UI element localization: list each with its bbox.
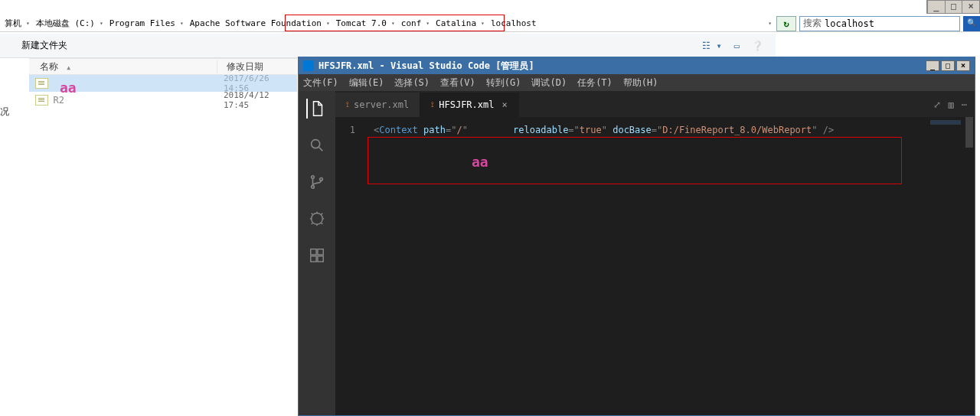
file-row[interactable]: 2017/6/26 14:56 xyxy=(29,75,297,92)
chevron-right-icon[interactable]: ▾ xyxy=(390,20,397,27)
debug-icon[interactable] xyxy=(307,209,327,229)
vscode-titlebar[interactable]: HFSJFR.xml - Visual Studio Code [管理员] _ … xyxy=(299,57,975,74)
file-name: R2 xyxy=(53,95,223,106)
vscode-minimize-button[interactable]: _ xyxy=(926,60,939,71)
view-details-icon[interactable]: ☷ ▾ xyxy=(702,41,721,51)
more-actions-icon[interactable]: ⋯ xyxy=(962,99,967,110)
chevron-right-icon[interactable]: ▾ xyxy=(98,20,105,27)
new-folder-button[interactable]: 新建文件夹 xyxy=(21,39,67,52)
search-go-button[interactable]: 🔍 xyxy=(963,16,980,31)
code-attr-name: path xyxy=(423,125,446,135)
column-date[interactable]: 修改日期 xyxy=(217,60,263,73)
code-attr-name: docBase xyxy=(612,125,652,135)
git-branch-icon[interactable] xyxy=(307,172,327,192)
breadcrumb-seg[interactable]: conf xyxy=(397,18,425,28)
parent-window-controls: _ □ × xyxy=(926,0,980,14)
line-number: 1 xyxy=(335,125,364,135)
chevron-right-icon[interactable]: ▾ xyxy=(325,20,332,27)
open-changes-icon[interactable]: ⤢ xyxy=(933,99,941,110)
breadcrumb-seg[interactable]: Catalina xyxy=(431,18,479,28)
vscode-activity-bar xyxy=(299,91,335,415)
menu-tasks[interactable]: 任务(T) xyxy=(577,76,612,89)
code-attr-name: reloadable xyxy=(513,125,568,135)
minimize-button[interactable]: _ xyxy=(927,1,945,13)
breadcrumb-seg[interactable]: Apache Software Foundation xyxy=(185,18,325,28)
breadcrumb-seg[interactable]: 算机 xyxy=(0,18,24,29)
columns-header: 名称 ▲ 修改日期 xyxy=(29,58,297,75)
tab-server-xml[interactable]: ⟟ server.xml xyxy=(335,93,420,117)
breadcrumb-seg[interactable]: Tomcat 7.0 xyxy=(332,18,390,28)
address-bar: 算机▾ 本地磁盘 (C:)▾ Program Files▾ Apache Sof… xyxy=(0,15,980,32)
close-button[interactable]: × xyxy=(962,1,979,13)
annotation-code-aa: aa xyxy=(472,154,488,170)
sort-asc-icon: ▲ xyxy=(67,64,70,71)
maximize-button[interactable]: □ xyxy=(945,1,962,13)
svg-point-0 xyxy=(312,140,320,148)
view-preview-icon[interactable]: ▭ xyxy=(734,41,740,51)
split-editor-icon[interactable]: ▥ xyxy=(949,99,954,110)
vertical-scrollbar[interactable] xyxy=(964,117,975,415)
menu-view[interactable]: 查看(V) xyxy=(440,76,475,89)
menu-edit[interactable]: 编辑(E) xyxy=(349,76,384,89)
search-input[interactable] xyxy=(822,18,959,29)
svg-rect-8 xyxy=(318,256,323,262)
tab-close-icon[interactable]: × xyxy=(502,99,508,110)
vscode-logo-icon xyxy=(303,60,314,71)
chevron-right-icon[interactable]: ▾ xyxy=(479,20,486,27)
search-box[interactable]: 搜索 xyxy=(799,16,960,31)
menu-help[interactable]: 帮助(H) xyxy=(623,76,658,89)
breadcrumb-overflow-icon[interactable]: ▾ xyxy=(766,20,773,27)
code-tag: Context xyxy=(379,125,418,135)
column-name[interactable]: 名称 ▲ xyxy=(29,60,217,73)
vscode-code-area[interactable]: 1 <Context path="/" reloadable="true" do… xyxy=(335,117,975,135)
svg-point-1 xyxy=(312,176,315,179)
explorer-toolbar: 新建文件夹 ☷ ▾ ▭ ❔ xyxy=(0,34,776,58)
search-icon[interactable] xyxy=(307,135,327,155)
breadcrumb-seg[interactable]: 本地磁盘 (C:) xyxy=(31,18,98,29)
code-line[interactable]: <Context path="/" reloadable="true" docB… xyxy=(374,125,975,135)
vscode-menubar: 文件(F) 编辑(E) 选择(S) 查看(V) 转到(G) 调试(D) 任务(T… xyxy=(299,74,975,91)
scrollbar-thumb[interactable] xyxy=(965,117,973,148)
code-attr-value: / xyxy=(456,125,462,135)
chevron-right-icon[interactable]: ▾ xyxy=(24,20,31,27)
vscode-editor-group: ⟟ server.xml ⟟ HFSJFR.xml × ⤢ ▥ ⋯ 1 <Con… xyxy=(335,91,975,415)
svg-point-3 xyxy=(320,178,323,181)
code-attr-value: true xyxy=(580,125,602,135)
breadcrumb[interactable]: 算机▾ 本地磁盘 (C:)▾ Program Files▾ Apache Sof… xyxy=(0,15,540,32)
minimap[interactable] xyxy=(930,120,961,125)
chevron-right-icon[interactable]: ▾ xyxy=(424,20,431,27)
svg-rect-6 xyxy=(318,249,323,255)
view-options: ☷ ▾ ▭ ❔ xyxy=(702,41,776,51)
vscode-maximize-button[interactable]: □ xyxy=(941,60,955,71)
breadcrumb-seg[interactable]: localhost xyxy=(486,18,540,28)
column-name-label: 名称 xyxy=(40,61,58,72)
breadcrumb-seg[interactable]: Program Files xyxy=(105,18,178,28)
search-prefix: 搜索 xyxy=(800,17,822,30)
vscode-close-button[interactable]: × xyxy=(956,60,970,71)
files-icon[interactable] xyxy=(306,99,326,119)
tab-label: server.xml xyxy=(354,99,409,110)
tab-hfsjfr-xml[interactable]: ⟟ HFSJFR.xml × xyxy=(420,93,518,117)
xml-tab-icon: ⟟ xyxy=(431,100,434,109)
file-date: 2018/4/12 17:45 xyxy=(224,90,297,110)
file-row[interactable]: R2 2018/4/12 17:45 xyxy=(29,92,297,109)
file-list: 2017/6/26 14:56 R2 2018/4/12 17:45 xyxy=(29,75,297,109)
tab-actions: ⤢ ▥ ⋯ xyxy=(926,93,975,117)
code-highlight-annotation xyxy=(368,137,902,184)
svg-rect-7 xyxy=(311,256,316,262)
refresh-button[interactable]: ↻ xyxy=(776,16,796,31)
code-close: /> xyxy=(818,125,835,135)
xml-file-icon xyxy=(35,78,48,89)
xml-tab-icon: ⟟ xyxy=(346,100,349,109)
menu-select[interactable]: 选择(S) xyxy=(394,76,430,89)
chevron-right-icon[interactable]: ▾ xyxy=(178,20,185,27)
vscode-title: HFSJFR.xml - Visual Studio Code [管理员] xyxy=(318,60,534,73)
menu-debug[interactable]: 调试(D) xyxy=(531,76,567,89)
left-panel-fragment: 况 xyxy=(0,106,11,124)
menu-go[interactable]: 转到(G) xyxy=(486,76,521,89)
menu-file[interactable]: 文件(F) xyxy=(303,76,338,89)
vscode-window: HFSJFR.xml - Visual Studio Code [管理员] _ … xyxy=(298,57,975,416)
extensions-icon[interactable] xyxy=(307,245,327,265)
svg-rect-5 xyxy=(311,249,316,255)
help-icon[interactable]: ❔ xyxy=(752,41,763,51)
